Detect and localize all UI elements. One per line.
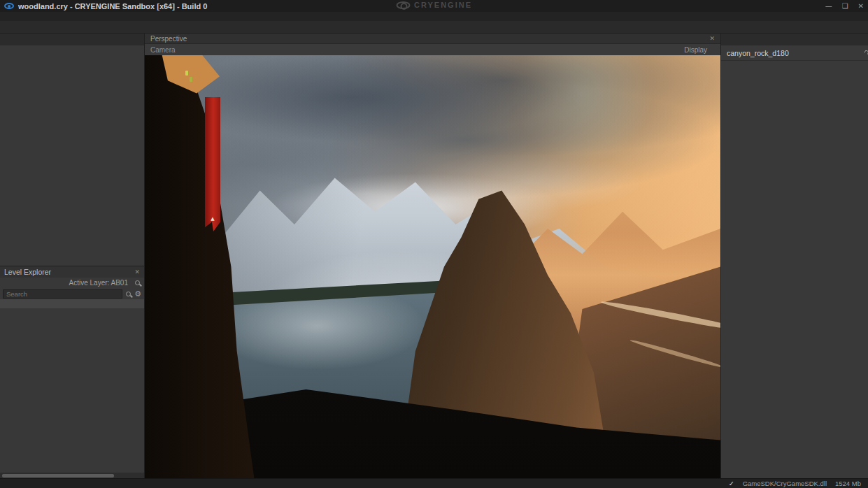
restore-button[interactable]: ❏	[842, 2, 848, 10]
minimize-button[interactable]: —	[825, 2, 832, 10]
app-icon	[4, 3, 14, 9]
object-header: canyon_rock_d180	[721, 45, 868, 61]
cryengine-eye-icon	[396, 1, 410, 9]
create-object-panel	[0, 45, 144, 266]
level-explorer-menu: Active Layer: AB01	[0, 278, 144, 288]
status-module: GameSDK/CryGameSDK.dll	[743, 480, 827, 487]
camera-menu[interactable]: Camera	[150, 46, 176, 54]
menu-bar	[0, 12, 868, 21]
tree-h-scrollbar[interactable]	[0, 473, 144, 478]
left-panel: Level Explorer ✕ Active Layer: AB01 ⚙	[0, 34, 145, 478]
level-explorer-close-icon[interactable]: ✕	[134, 268, 140, 275]
status-bar: ✓ GameSDK/CryGameSDK.dll 1524 Mb	[0, 478, 868, 488]
active-layer-label: Active Layer: AB01	[69, 279, 129, 287]
scrollbar-thumb[interactable]	[2, 474, 114, 478]
viewport-close-icon[interactable]: ✕	[709, 35, 715, 42]
status-check-icon: ✓	[729, 480, 734, 487]
create-object-tab-bar	[0, 34, 144, 45]
viewport-title: Perspective	[150, 35, 187, 43]
climber-figure	[185, 71, 188, 76]
main-toolbar	[0, 21, 868, 34]
layer-tree	[0, 308, 144, 473]
level-explorer-panel: Level Explorer ✕ Active Layer: AB01 ⚙	[0, 266, 144, 478]
layer-search-icon[interactable]	[135, 280, 140, 285]
search-row: ⚙	[0, 288, 144, 299]
viewport-title-bar: Perspective ✕	[145, 34, 720, 44]
viewport-scene[interactable]: ▲	[145, 55, 720, 478]
selected-object-name: canyon_rock_d180	[727, 49, 789, 57]
right-panel: canyon_rock_d180	[720, 34, 868, 478]
level-explorer-title: Level Explorer	[4, 268, 51, 276]
properties-tab-bar	[721, 34, 868, 45]
tree-column-header	[0, 299, 144, 308]
title-bar: woodland.cry - CRYENGINE Sandbox [x64] -…	[0, 0, 868, 12]
display-menu[interactable]: Display	[684, 46, 707, 54]
level-explorer-header: Level Explorer ✕	[0, 266, 144, 278]
cryengine-logo: CRYENGINE	[396, 1, 472, 9]
viewport-panel: Perspective ✕ Camera Display	[145, 34, 720, 478]
close-button[interactable]: ✕	[858, 2, 864, 10]
climber-figure-2	[190, 77, 192, 82]
window-title: woodland.cry - CRYENGINE Sandbox [x64] -…	[18, 2, 207, 10]
window-controls: —❏✕	[825, 2, 864, 10]
red-banner: ▲	[205, 97, 220, 231]
status-memory: 1524 Mb	[835, 480, 861, 487]
properties-body	[721, 61, 868, 478]
gear-icon[interactable]: ⚙	[134, 289, 141, 299]
search-input[interactable]	[3, 289, 122, 299]
viewport-toolbar: Camera Display	[145, 44, 720, 55]
search-icon[interactable]	[126, 292, 131, 296]
